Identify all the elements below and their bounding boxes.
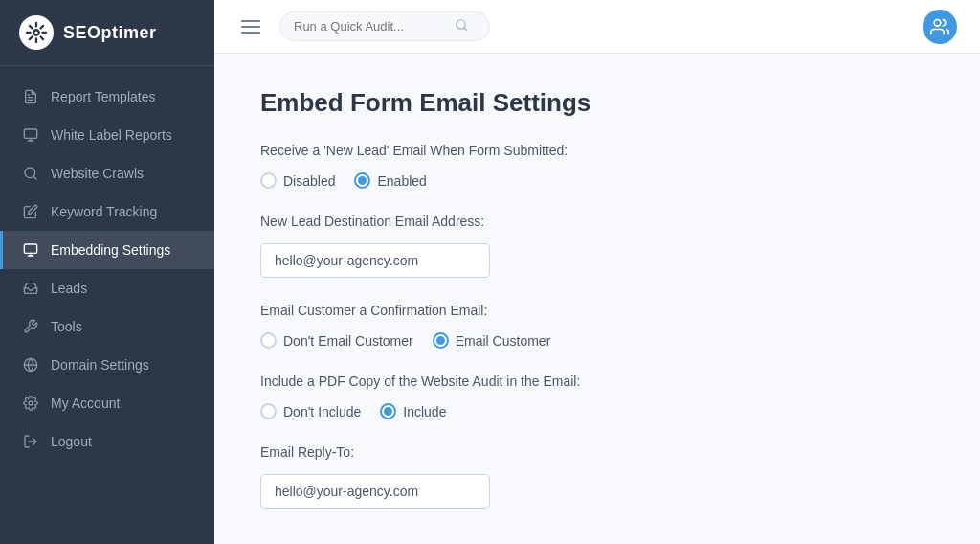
radio-enabled-dot	[358, 176, 367, 185]
sidebar-label-leads: Leads	[51, 281, 87, 296]
sidebar-item-keyword-tracking[interactable]: Keyword Tracking	[0, 193, 214, 231]
email-destination-input[interactable]	[260, 243, 490, 278]
radio-include[interactable]: Include	[380, 403, 446, 419]
hamburger-line-1	[241, 20, 260, 22]
main-area: Embed Form Email Settings Receive a 'New…	[214, 0, 980, 544]
radio-email-customer-dot	[436, 336, 445, 345]
sidebar-label-domain-settings: Domain Settings	[51, 357, 149, 373]
logo-area: SEOptimer	[0, 0, 214, 66]
sidebar-label-logout: Logout	[51, 434, 92, 449]
section3-label: Email Customer a Confirmation Email:	[260, 301, 934, 321]
radio-email-customer-circle	[433, 332, 449, 349]
settings-icon	[22, 395, 39, 412]
monitor-icon	[22, 241, 39, 259]
radio-email-customer[interactable]: Email Customer	[433, 332, 551, 349]
section2-label: New Lead Destination Email Address:	[260, 212, 934, 232]
sidebar-nav: Report Templates White Label Reports Web…	[0, 66, 214, 544]
logo-text: SEOptimer	[63, 23, 157, 43]
sidebar-item-logout[interactable]: Logout	[0, 422, 214, 461]
content-area: Embed Form Email Settings Receive a 'New…	[214, 54, 980, 544]
sidebar-label-report-templates: Report Templates	[51, 89, 155, 104]
sidebar-label-white-label-reports: White Label Reports	[51, 127, 172, 143]
search-input[interactable]	[294, 19, 447, 34]
section1-label: Receive a 'New Lead' Email When Form Sub…	[260, 141, 934, 161]
radio-include-dot	[384, 407, 392, 416]
hamburger-line-3	[241, 32, 260, 34]
svg-point-17	[934, 19, 941, 26]
sidebar-item-embedding-settings[interactable]: Embedding Settings	[0, 231, 214, 269]
section4-radio-group: Don't Include Include	[260, 403, 934, 419]
section3-radio-group: Don't Email Customer Email Customer	[260, 332, 934, 349]
svg-point-0	[33, 30, 39, 35]
radio-dont-include[interactable]: Don't Include	[260, 403, 361, 419]
section1-radio-group: Disabled Enabled	[260, 172, 934, 189]
globe-icon	[22, 356, 39, 374]
sidebar-item-white-label-reports[interactable]: White Label Reports	[0, 116, 214, 154]
hamburger-button[interactable]	[237, 16, 264, 37]
radio-disabled-label: Disabled	[283, 173, 335, 189]
topbar-right	[923, 10, 957, 44]
search-icon	[22, 165, 39, 182]
svg-point-13	[29, 401, 33, 405]
radio-dont-include-label: Don't Include	[283, 404, 361, 419]
sidebar-item-my-account[interactable]: My Account	[0, 384, 214, 422]
svg-line-7	[33, 176, 36, 179]
radio-enabled-label: Enabled	[377, 173, 426, 189]
tag-icon	[22, 126, 39, 144]
svg-line-16	[464, 28, 467, 31]
radio-dont-email-label: Don't Email Customer	[283, 333, 413, 349]
radio-disabled[interactable]: Disabled	[260, 172, 335, 189]
radio-email-customer-label: Email Customer	[456, 333, 551, 349]
reply-to-input[interactable]	[260, 474, 490, 509]
section4-label: Include a PDF Copy of the Website Audit …	[260, 372, 934, 392]
sidebar-label-tools: Tools	[51, 319, 82, 334]
radio-dont-email[interactable]: Don't Email Customer	[260, 332, 413, 349]
sidebar-item-tools[interactable]: Tools	[0, 307, 214, 346]
search-icon	[455, 18, 468, 34]
sidebar-item-domain-settings[interactable]: Domain Settings	[0, 346, 214, 384]
section5-label: Email Reply-To:	[260, 442, 934, 463]
logo-icon	[19, 15, 54, 50]
radio-enabled[interactable]: Enabled	[354, 172, 426, 189]
sidebar-label-keyword-tracking: Keyword Tracking	[51, 204, 157, 219]
radio-include-label: Include	[403, 404, 446, 419]
sidebar-item-website-crawls[interactable]: Website Crawls	[0, 154, 214, 193]
file-text-icon	[22, 88, 39, 105]
svg-rect-8	[24, 244, 36, 253]
topbar	[214, 0, 980, 54]
sidebar-item-leads[interactable]: Leads	[0, 269, 214, 307]
sidebar-item-report-templates[interactable]: Report Templates	[0, 78, 214, 116]
log-out-icon	[22, 433, 39, 450]
inbox-icon	[22, 280, 39, 297]
radio-dont-include-circle	[260, 403, 277, 419]
radio-include-circle	[380, 403, 396, 419]
hamburger-line-2	[241, 26, 260, 28]
sidebar-label-my-account: My Account	[51, 396, 120, 411]
edit-icon	[22, 203, 39, 220]
user-avatar[interactable]	[923, 10, 957, 44]
search-bar[interactable]	[279, 11, 490, 41]
sidebar: SEOptimer Report Templates	[0, 0, 214, 544]
sidebar-label-website-crawls: Website Crawls	[51, 166, 144, 181]
page-title: Embed Form Email Settings	[260, 88, 934, 118]
sidebar-label-embedding-settings: Embedding Settings	[51, 242, 170, 258]
svg-rect-3	[24, 129, 36, 138]
radio-dont-email-circle	[260, 332, 277, 349]
tool-icon	[22, 318, 39, 335]
radio-disabled-circle	[260, 172, 277, 189]
radio-enabled-circle	[354, 172, 370, 189]
